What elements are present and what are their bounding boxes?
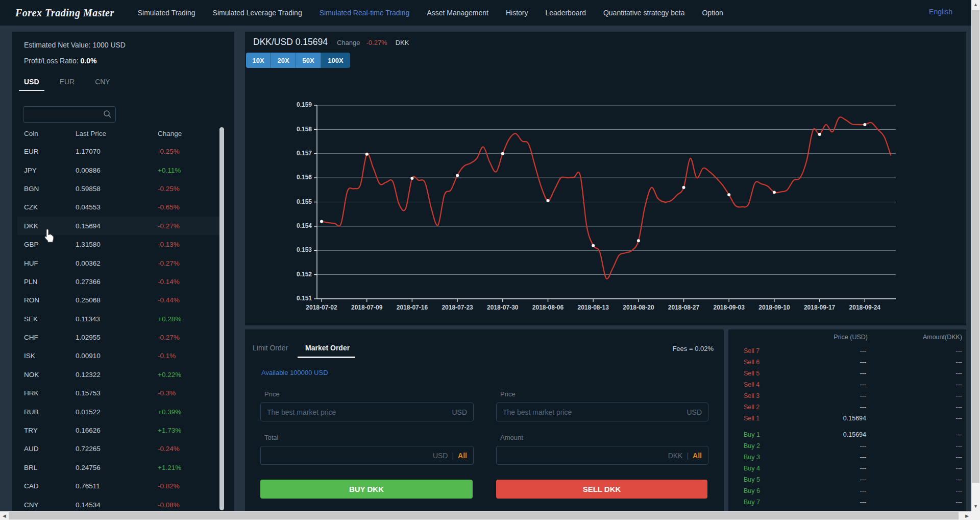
coin-row-ron[interactable]: RON0.25068-0.44% — [17, 291, 222, 309]
coin-name: BRL — [24, 463, 37, 471]
buy-all-button[interactable]: All — [458, 452, 467, 460]
profit-loss: Profit/Loss Ratio: 0.0% — [24, 57, 96, 65]
orderbook-level-label: Sell 7 — [744, 347, 760, 354]
sell-button[interactable]: SELL DKK — [496, 480, 707, 499]
orderbook-amount: --- — [956, 499, 963, 506]
buy-price-field: USD — [260, 403, 474, 421]
orderbook-row-sell-2[interactable]: Sell 2------ — [728, 401, 966, 413]
coin-change: +0.22% — [158, 370, 181, 378]
page-vertical-scrollbar[interactable]: ▲ ▼ — [971, 0, 980, 511]
active-tab-underline — [298, 357, 355, 358]
orderbook-amount: --- — [956, 370, 963, 377]
coin-last-price: 0.76511 — [76, 482, 100, 490]
scroll-right-icon[interactable]: ▶ — [963, 513, 971, 518]
orderbook-row-sell-6[interactable]: Sell 6------ — [728, 357, 966, 368]
coin-row-czk[interactable]: CZK0.04553-0.65% — [17, 198, 222, 216]
coin-name: GBP — [24, 241, 39, 248]
orderbook-row-buy-7[interactable]: Buy 7------ — [728, 497, 966, 508]
orderbook-row-sell-1[interactable]: Sell 10.15694--- — [728, 413, 966, 424]
orderbook-amount: --- — [956, 465, 963, 472]
sell-amount-label: Amount — [500, 434, 523, 441]
language-switch[interactable]: English — [929, 8, 952, 16]
coin-row-eur[interactable]: EUR1.17070-0.25% — [17, 142, 222, 160]
coin-row-nok[interactable]: NOK0.12322+0.22% — [17, 365, 222, 384]
scroll-down-icon[interactable]: ▼ — [971, 504, 980, 509]
coin-last-price: 0.59858 — [76, 184, 101, 192]
nav-item-simulated-real-time-trading[interactable]: Simulated Real-time Trading — [320, 9, 410, 17]
page-horizontal-scrollbar[interactable]: ◀ ▶ — [0, 511, 980, 520]
coin-row-bgn[interactable]: BGN0.59858-0.25% — [17, 179, 222, 198]
scroll-left-icon[interactable]: ◀ — [0, 513, 9, 518]
orderbook-price-header: Price (USD) — [834, 334, 868, 341]
orderbook-level-label: Sell 3 — [744, 392, 760, 399]
tab-market-order[interactable]: Market Order — [305, 344, 350, 352]
nav-item-asset-management[interactable]: Asset Management — [427, 9, 488, 17]
svg-text:0.153: 0.153 — [297, 246, 312, 253]
svg-text:2018-07-09: 2018-07-09 — [351, 304, 383, 311]
coin-change: -0.27% — [158, 222, 180, 229]
vertical-scroll-thumb[interactable] — [972, 10, 979, 483]
coin-row-cny[interactable]: CNY0.14534-0.08% — [17, 495, 222, 511]
horizontal-scroll-thumb[interactable] — [9, 512, 959, 519]
orderbook-row-sell-5[interactable]: Sell 5------ — [728, 368, 966, 379]
coin-last-price: 1.31580 — [76, 241, 101, 248]
orderbook-row-sell-4[interactable]: Sell 4------ — [728, 379, 966, 390]
orderbook-row-buy-6[interactable]: Buy 6------ — [728, 485, 966, 497]
sell-price-unit: USD — [687, 408, 702, 416]
coin-last-price: 0.00362 — [76, 259, 101, 267]
orderbook-level-label: Sell 5 — [744, 370, 760, 377]
orderbook-price: 0.15694 — [843, 431, 866, 438]
svg-text:2018-08-13: 2018-08-13 — [578, 304, 609, 311]
coin-row-rub[interactable]: RUB0.01522+0.39% — [17, 402, 222, 420]
nav-item-quantitative-strategy-beta[interactable]: Quantitative strategy beta — [603, 9, 685, 17]
available-balance: Available 100000 USD — [261, 369, 328, 376]
sidebar-scrollbar-thumb[interactable] — [219, 127, 224, 510]
orderbook-row-buy-3[interactable]: Buy 3------ — [728, 452, 966, 463]
sell-price-input[interactable] — [497, 403, 708, 421]
svg-text:2018-08-20: 2018-08-20 — [623, 304, 654, 311]
coin-row-pln[interactable]: PLN0.27366-0.14% — [17, 272, 222, 291]
sidebar-tab-eur[interactable]: EUR — [55, 78, 80, 91]
sidebar-tab-cny[interactable]: CNY — [90, 78, 115, 91]
orderbook-row-buy-5[interactable]: Buy 5------ — [728, 474, 966, 485]
coin-row-dkk[interactable]: DKK0.15694-0.27% — [17, 217, 222, 235]
coin-last-price: 0.14534 — [76, 501, 101, 508]
orderbook-row-sell-3[interactable]: Sell 3------ — [728, 390, 966, 401]
scroll-up-icon[interactable]: ▲ — [971, 2, 980, 7]
nav-item-leaderboard[interactable]: Leaderboard — [546, 9, 586, 17]
coin-row-huf[interactable]: HUF0.00362-0.27% — [17, 253, 222, 272]
coin-last-price: 0.16626 — [76, 427, 101, 434]
divider: | — [687, 452, 689, 460]
buy-button[interactable]: BUY DKK — [260, 480, 473, 499]
tab-limit-order[interactable]: Limit Order — [253, 344, 288, 352]
coin-row-cad[interactable]: CAD0.76511-0.82% — [17, 477, 222, 495]
coin-row-chf[interactable]: CHF1.02955-0.27% — [17, 328, 222, 346]
orderbook-row-buy-4[interactable]: Buy 4------ — [728, 463, 966, 474]
nav-item-history[interactable]: History — [506, 9, 528, 17]
search-input[interactable] — [23, 107, 105, 121]
nav-item-option[interactable]: Option — [702, 9, 723, 17]
coin-change: -0.13% — [158, 241, 180, 248]
coin-row-isk[interactable]: ISK0.00910-0.1% — [17, 346, 222, 365]
coin-row-sek[interactable]: SEK0.11343+0.28% — [17, 310, 222, 328]
coin-row-aud[interactable]: AUD0.72265-0.24% — [17, 439, 222, 458]
coin-name: PLN — [24, 277, 37, 285]
sell-all-button[interactable]: All — [693, 452, 702, 460]
orderbook-sells: Sell 7------Sell 6------Sell 5------Sell… — [728, 345, 966, 424]
orderbook-price: --- — [860, 454, 867, 461]
coin-row-jpy[interactable]: JPY0.00886+0.11% — [17, 160, 222, 179]
orderbook-row-buy-1[interactable]: Buy 10.15694--- — [728, 429, 966, 440]
coin-row-try[interactable]: TRY0.16626+1.73% — [17, 421, 222, 439]
coin-row-brl[interactable]: BRL0.24756+1.21% — [17, 458, 222, 477]
orderbook-level-label: Buy 1 — [744, 431, 760, 438]
coin-row-hrk[interactable]: HRK0.15753-0.3% — [17, 384, 222, 402]
sidebar-tab-usd[interactable]: USD — [19, 78, 44, 91]
nav-item-simulated-leverage-trading[interactable]: Simulated Leverage Trading — [213, 9, 302, 17]
coin-name: DKK — [24, 222, 38, 229]
orderbook-price: --- — [860, 465, 867, 472]
orderbook-row-sell-7[interactable]: Sell 7------ — [728, 345, 966, 357]
orderbook-row-buy-2[interactable]: Buy 2------ — [728, 440, 966, 452]
buy-price-input[interactable] — [261, 403, 473, 421]
coin-row-gbp[interactable]: GBP1.31580-0.13% — [17, 235, 222, 253]
nav-item-simulated-trading[interactable]: Simulated Trading — [138, 9, 195, 17]
